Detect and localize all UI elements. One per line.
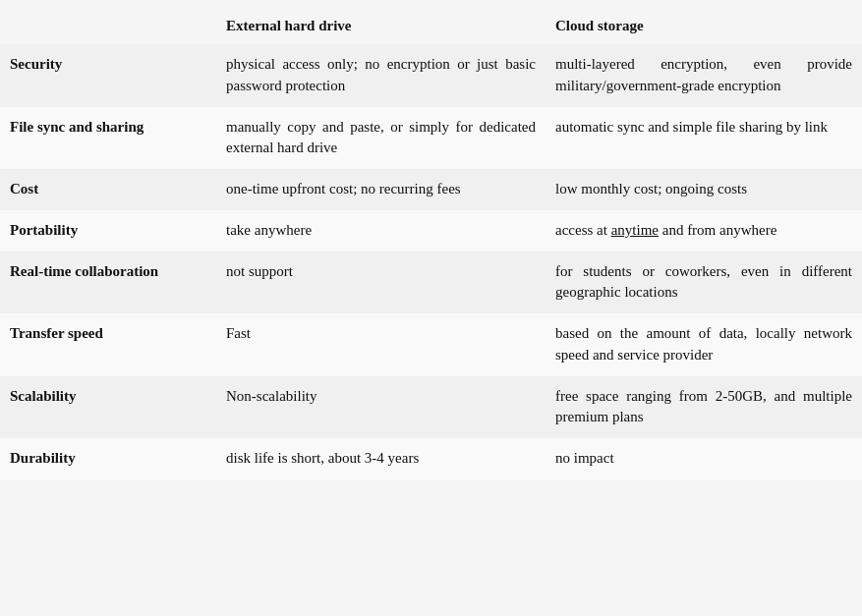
table-row: Real-time collaborationnot supportfor st…	[0, 252, 862, 314]
table-header-row: External hard drive Cloud storage	[0, 10, 862, 44]
external-cell-2: one-time upfront cost; no recurring fees	[216, 169, 546, 210]
comparison-table: External hard drive Cloud storage Securi…	[0, 10, 862, 479]
table-row: Costone-time upfront cost; no recurring …	[0, 169, 862, 210]
table-row: File sync and sharingmanually copy and p…	[0, 107, 862, 170]
header-cloud: Cloud storage	[546, 10, 862, 44]
external-cell-6: Non-scalability	[216, 376, 546, 439]
header-feature	[0, 10, 216, 44]
table-row: Securityphysical access only; no encrypt…	[0, 44, 862, 107]
anytime-text: anytime	[611, 222, 659, 238]
feature-cell-7: Durability	[0, 438, 216, 479]
feature-cell-0: Security	[0, 44, 216, 107]
external-cell-5: Fast	[216, 313, 546, 376]
header-external: External hard drive	[216, 10, 546, 44]
feature-cell-4: Real-time collaboration	[0, 252, 216, 314]
table-row: Transfer speedFastbased on the amount of…	[0, 313, 862, 376]
external-cell-3: take anywhere	[216, 210, 546, 252]
feature-cell-3: Portability	[0, 210, 216, 252]
cloud-cell-1: automatic sync and simple file sharing b…	[546, 107, 862, 170]
table-row: Portabilitytake anywhereaccess at anytim…	[0, 210, 862, 252]
cloud-cell-2: low monthly cost; ongoing costs	[546, 169, 862, 210]
cloud-cell-4: for students or coworkers, even in diffe…	[546, 252, 862, 314]
external-cell-4: not support	[216, 252, 546, 314]
cloud-cell-6: free space ranging from 2-50GB, and mult…	[546, 376, 862, 439]
feature-cell-6: Scalability	[0, 376, 216, 439]
feature-cell-5: Transfer speed	[0, 313, 216, 376]
external-cell-0: physical access only; no encryption or j…	[216, 44, 546, 107]
external-cell-1: manually copy and paste, or simply for d…	[216, 107, 546, 170]
cloud-cell-0: multi-layered encryption, even provide m…	[546, 44, 862, 107]
table-row: Durabilitydisk life is short, about 3-4 …	[0, 438, 862, 479]
comparison-table-container: External hard drive Cloud storage Securi…	[0, 0, 862, 489]
feature-cell-1: File sync and sharing	[0, 107, 216, 170]
cloud-cell-3: access at anytime and from anywhere	[546, 210, 862, 252]
cloud-cell-7: no impact	[546, 438, 862, 479]
cloud-cell-5: based on the amount of data, locally net…	[546, 313, 862, 376]
feature-cell-2: Cost	[0, 169, 216, 210]
external-cell-7: disk life is short, about 3-4 years	[216, 438, 546, 479]
table-row: ScalabilityNon-scalabilityfree space ran…	[0, 376, 862, 439]
